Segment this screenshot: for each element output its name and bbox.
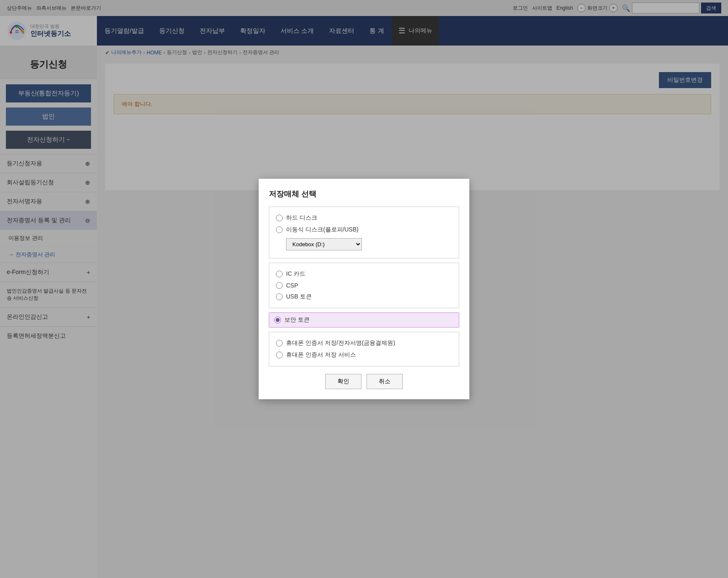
radio-hdd: 하드 디스크 — [276, 212, 452, 224]
radio-hdd-label[interactable]: 하드 디스크 — [286, 214, 317, 222]
radio-csp-label[interactable]: CSP — [286, 282, 298, 289]
radio-usb-input[interactable] — [276, 293, 283, 300]
radio-usb: USB 토큰 — [276, 291, 452, 303]
drive-dropdown-row: Kodebox (D:) — [286, 238, 452, 250]
radio-hdd-input[interactable] — [276, 215, 283, 221]
radio-phone2-label[interactable]: 휴대폰 인증서 저장 서비스 — [286, 351, 356, 359]
radio-phone1: 휴대폰 인증서 저장/전자서명(금융결제원) — [276, 337, 452, 349]
modal-buttons: 확인 취소 — [269, 374, 459, 389]
radio-phone1-label[interactable]: 휴대폰 인증서 저장/전자서명(금융결제원) — [286, 339, 395, 347]
storage-select-modal: 저장매체 선택 하드 디스크 이동식 디스크(플로피/USB) Kodebox … — [259, 179, 469, 399]
storage-group-card: IC 카드 CSP USB 토큰 — [269, 263, 459, 308]
radio-phone2: 휴대폰 인증서 저장 서비스 — [276, 349, 452, 361]
modal-title: 저장매체 선택 — [269, 189, 459, 199]
drive-select[interactable]: Kodebox (D:) — [286, 238, 362, 250]
modal-overlay: 저장매체 선택 하드 디스크 이동식 디스크(플로피/USB) Kodebox … — [0, 0, 728, 578]
radio-secure-input[interactable] — [274, 317, 281, 323]
storage-group-disk: 하드 디스크 이동식 디스크(플로피/USB) Kodebox (D:) — [269, 207, 459, 258]
radio-csp-input[interactable] — [276, 282, 283, 289]
radio-secure-token-row: 보안 토큰 — [269, 312, 459, 328]
radio-ic-label[interactable]: IC 카드 — [286, 270, 305, 278]
radio-ic: IC 카드 — [276, 268, 452, 280]
storage-group-phone: 휴대폰 인증서 저장/전자서명(금융결제원) 휴대폰 인증서 저장 서비스 — [269, 332, 459, 366]
radio-ic-input[interactable] — [276, 271, 283, 277]
radio-csp: CSP — [276, 280, 452, 291]
radio-usb-label[interactable]: USB 토큰 — [286, 293, 312, 301]
radio-removable: 이동식 디스크(플로피/USB) — [276, 224, 452, 236]
radio-removable-label[interactable]: 이동식 디스크(플로피/USB) — [286, 226, 359, 234]
modal-cancel-button[interactable]: 취소 — [367, 374, 403, 389]
modal-confirm-button[interactable]: 확인 — [325, 374, 361, 389]
radio-phone2-input[interactable] — [276, 352, 283, 358]
radio-phone1-input[interactable] — [276, 340, 283, 347]
radio-secure-label[interactable]: 보안 토큰 — [284, 316, 310, 324]
radio-removable-input[interactable] — [276, 226, 283, 233]
